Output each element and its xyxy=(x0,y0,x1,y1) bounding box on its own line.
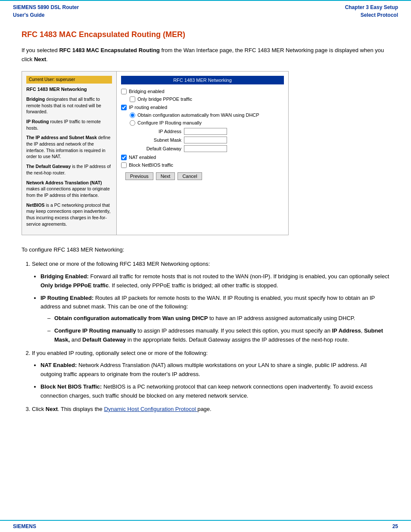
panel-section-bridging: Bridging designates that all traffic to … xyxy=(26,96,112,115)
intro-text-end: . xyxy=(46,56,48,62)
step-3-text-mid: . This displays the xyxy=(58,406,104,412)
bullet-nat-text: Network Address Translation (NAT) allows… xyxy=(40,362,367,377)
obtain-dhcp-radio[interactable] xyxy=(130,112,135,118)
header-product: SIEMENS 5890 DSL Router xyxy=(13,3,79,11)
configure-manually-label: Configure IP Routing manually xyxy=(137,120,202,125)
inner-bullets: Obtain configuration automatically from … xyxy=(47,314,389,344)
subnet-mask-input[interactable] xyxy=(184,137,227,143)
step-1: Select one or more of the following RFC … xyxy=(32,260,389,344)
header-section: Select Protocol xyxy=(345,11,398,19)
user-bar: Current User: superuser xyxy=(26,76,112,84)
term-netbios: NetBIOS xyxy=(26,202,45,208)
panel-section-iprouting: IP Routing routes IP traffic to remote h… xyxy=(26,118,112,131)
nat-enabled-label: NAT enabled xyxy=(129,155,156,160)
step-1-bullets: Bridging Enabled: Forward all traffic fo… xyxy=(40,272,389,345)
main-content: RFC 1483 MAC Encapsulated Routing (MER) … xyxy=(0,22,411,432)
step-3-text-before: Click xyxy=(32,406,46,412)
dhcp-text: to have an IP address assigned automatic… xyxy=(208,315,355,321)
configure-intro: To configure RFC 1483 MER Networking: xyxy=(22,246,389,255)
header-left: SIEMENS 5890 DSL Router User's Guide xyxy=(13,3,79,19)
subnet-mask-row: Subnet Mask xyxy=(138,137,284,143)
bullet-bridging-text: Forward all traffic for remote hosts tha… xyxy=(90,273,389,280)
bullet-netbios-term: Block Net BIOS Traffic: xyxy=(40,383,102,390)
intro-next-bold: Next xyxy=(34,56,46,62)
ui-right-title: RFC 1483 MER Networking xyxy=(121,76,284,84)
panel-section-ipaddress: The IP address and Subnet Mask define th… xyxy=(26,134,112,160)
gateway-bold: Default Gateway xyxy=(82,336,126,343)
ip-routing-label: IP routing enabled xyxy=(129,105,167,110)
ip-address-row: IP Address xyxy=(138,128,284,135)
ui-right-panel: RFC 1483 MER Networking Bridging enabled… xyxy=(117,72,288,235)
term-gateway: The Default Gateway xyxy=(26,164,71,169)
ui-left-panel: Current User: superuser RFC 1483 MER Net… xyxy=(22,72,117,235)
panel-section-netbios: NetBIOS is a PC networking protocol that… xyxy=(26,202,112,227)
term-bridging: Bridging xyxy=(26,96,45,102)
nat-enabled-checkbox[interactable] xyxy=(121,155,127,160)
only-bridge-bold: Only bridge PPPoE traffic xyxy=(40,282,109,289)
default-gateway-row: Default Gateway xyxy=(138,145,284,152)
dhcp-link[interactable]: Dynamic Host Configuration Protocol xyxy=(104,406,197,412)
footer-right: 25 xyxy=(392,523,398,529)
bullet-iprouting-term: IP Routing Enabled: xyxy=(40,295,93,301)
term-ipaddress: The IP address and Subnet Mask xyxy=(26,135,97,140)
cancel-button[interactable]: Cancel xyxy=(177,172,202,180)
inner-bullet-dhcp: Obtain configuration automatically from … xyxy=(47,314,389,323)
configure-manually-radio[interactable] xyxy=(130,120,135,126)
ui-screenshot: Current User: superuser RFC 1483 MER Net… xyxy=(22,71,289,236)
obtain-dhcp-label: Obtain configuration automatically from … xyxy=(137,112,259,118)
default-gateway-label: Default Gateway xyxy=(138,146,181,151)
configure-manually-row: Configure IP Routing manually xyxy=(130,120,284,126)
section-title: RFC 1483 MAC Encapsulated Routing (MER) xyxy=(22,30,389,39)
intro-paragraph: If you selected RFC 1483 MAC Encapsulate… xyxy=(22,46,389,64)
ui-buttons: Previous Next Cancel xyxy=(121,172,284,180)
default-gateway-input[interactable] xyxy=(184,145,227,152)
bullet-bridging-text2: . If selected, only PPPoE traffic is bri… xyxy=(109,282,278,289)
term-iprouting: IP Routing xyxy=(26,119,49,124)
only-bridge-pppoe-label: Only bridge PPPOE traffic xyxy=(137,96,192,102)
step-3-next-bold: Next xyxy=(46,406,58,412)
page-header: SIEMENS 5890 DSL Router User's Guide Cha… xyxy=(0,0,411,22)
previous-button[interactable]: Previous xyxy=(125,172,153,180)
ip-address-input[interactable] xyxy=(184,128,227,135)
nat-enabled-row: NAT enabled xyxy=(121,155,284,160)
page-footer: SIEMENS 25 xyxy=(0,520,411,532)
ip-routing-row: IP routing enabled xyxy=(121,105,284,110)
inner-bullet-manual: Configure IP Routing manually to assign … xyxy=(47,327,389,345)
bullet-nat-term: NAT Enabled: xyxy=(40,362,77,368)
block-netbios-checkbox[interactable] xyxy=(121,162,127,168)
step-3-text-end: page. xyxy=(197,406,212,412)
panel-section-gateway: The Default Gateway is the IP address of… xyxy=(26,163,112,176)
only-bridge-pppoe-row: Only bridge PPPOE traffic xyxy=(130,96,284,102)
block-netbios-row: Block NetBIOS traffic xyxy=(121,162,284,168)
intro-text-before: If you selected xyxy=(22,47,59,53)
obtain-dhcp-row: Obtain configuration automatically from … xyxy=(130,112,284,118)
bridging-enabled-checkbox[interactable] xyxy=(121,89,127,94)
step-2-bullets: NAT Enabled: Network Address Translation… xyxy=(40,361,389,400)
block-netbios-label: Block NetBIOS traffic xyxy=(129,162,173,168)
term-nat: Network Address Translation (NAT) xyxy=(26,180,102,185)
header-chapter: Chapter 3 Easy Setup xyxy=(345,3,398,11)
step-2: If you enabled IP routing, optionally se… xyxy=(32,349,389,401)
bridging-enabled-row: Bridging enabled xyxy=(121,89,284,94)
step-1-text: Select one or more of the following RFC … xyxy=(32,261,210,267)
panel-title: RFC 1483 MER Networking xyxy=(26,86,112,93)
comma-text: , xyxy=(361,327,364,334)
only-bridge-pppoe-checkbox[interactable] xyxy=(130,96,135,102)
subnet-mask-label: Subnet Mask xyxy=(138,137,181,143)
bullet-netbios: Block Net BIOS Traffic: NetBIOS is a PC … xyxy=(40,383,389,401)
ip-address-label: IP Address xyxy=(138,129,181,134)
manual-text: to assign IP addresses manually. If you … xyxy=(136,327,332,334)
footer-left: SIEMENS xyxy=(13,523,36,529)
steps-list: Select one or more of the following RFC … xyxy=(32,260,389,414)
bullet-bridging: Bridging Enabled: Forward all traffic fo… xyxy=(40,272,389,290)
bullet-bridging-term: Bridging Enabled: xyxy=(40,273,89,280)
manual-bold: Configure IP Routing manually xyxy=(54,327,136,334)
ip-routing-checkbox[interactable] xyxy=(121,105,127,110)
header-guide: User's Guide xyxy=(13,11,79,19)
step-3: Click Next. This displays the Dynamic Ho… xyxy=(32,405,389,414)
bridging-enabled-label: Bridging enabled xyxy=(129,89,165,94)
and-text: and xyxy=(70,336,82,343)
next-button[interactable]: Next xyxy=(156,172,175,180)
panel-section-nat: Network Address Translation (NAT) makes … xyxy=(26,180,112,199)
ip-address-bold: IP Address xyxy=(332,327,361,334)
